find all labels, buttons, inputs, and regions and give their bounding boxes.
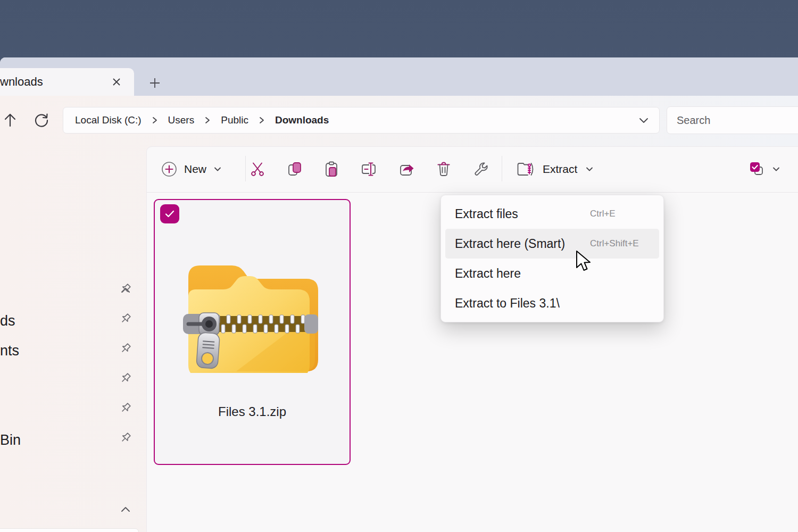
close-icon <box>109 74 124 90</box>
chevron-right-icon <box>204 116 211 124</box>
tab-title: wnloads <box>0 75 43 89</box>
selected-checkbox[interactable] <box>160 204 179 223</box>
screen: wnloads <box>0 0 798 532</box>
chevron-down-icon <box>771 164 781 174</box>
breadcrumb-item-downloads[interactable]: Downloads <box>272 114 332 126</box>
delete-trash-icon <box>435 161 452 178</box>
pin-icon[interactable] <box>118 431 133 446</box>
check-icon <box>163 207 176 220</box>
menu-item-label: Extract files <box>455 207 518 221</box>
paste-button[interactable] <box>319 157 344 181</box>
menu-item-extract-to-folder[interactable]: Extract to Files 3.1\ <box>445 288 659 318</box>
copy-icon <box>286 161 303 178</box>
pin-icon[interactable] <box>118 371 133 386</box>
tools-button[interactable] <box>468 157 494 181</box>
pin-icon[interactable] <box>118 312 133 327</box>
tools-wrench-icon <box>472 161 489 178</box>
cut-scissors-icon <box>249 161 266 178</box>
extract-button-label: Extract <box>543 163 577 176</box>
share-icon <box>398 161 415 178</box>
breadcrumb: Local Disk (C:) Users Public Downloads <box>72 114 637 126</box>
menu-item-extract-here[interactable]: Extract here <box>445 259 659 288</box>
pin-icon[interactable] <box>118 282 133 297</box>
tab-downloads[interactable]: wnloads <box>0 68 134 96</box>
chevron-down-icon[interactable] <box>637 113 651 127</box>
files-app-window: wnloads <box>0 57 798 532</box>
rename-icon <box>360 161 378 178</box>
mouse-cursor <box>576 251 594 272</box>
file-tile-zip[interactable]: Files 3.1.zip <box>154 199 351 465</box>
cut-button[interactable] <box>245 157 270 181</box>
chevron-right-icon <box>259 116 265 124</box>
breadcrumb-item-public[interactable]: Public <box>218 114 252 126</box>
new-tab-button[interactable] <box>147 75 163 91</box>
add-circle-icon <box>161 161 178 178</box>
file-name-label: Files 3.1.zip <box>155 404 350 419</box>
selection-options-button[interactable] <box>747 157 781 181</box>
refresh-button[interactable] <box>32 109 55 132</box>
sidebar-section-chevron-up-icon[interactable] <box>118 503 133 516</box>
paste-icon <box>323 161 340 178</box>
zip-folder-icon <box>172 237 332 373</box>
share-button[interactable] <box>394 157 419 181</box>
toolbar-separator <box>502 156 502 181</box>
chevron-right-icon <box>152 116 158 124</box>
breadcrumb-item-drive[interactable]: Local Disk (C:) <box>72 114 145 126</box>
menu-item-label: Extract here <box>455 267 521 281</box>
plus-icon <box>147 75 163 91</box>
new-button-label: New <box>184 163 206 176</box>
menu-item-extract-here-smart[interactable]: Extract here (Smart) Ctrl+Shift+E <box>445 229 659 259</box>
chevron-down-icon <box>585 164 594 174</box>
chevron-down-icon <box>213 164 222 174</box>
new-button[interactable]: New <box>157 155 226 183</box>
sidebar-item-downloads-label[interactable]: ds <box>0 313 15 329</box>
sidebar-item-documents-label[interactable]: nts <box>0 343 19 359</box>
content-panel: New <box>146 146 798 532</box>
arrow-up-icon <box>1 111 24 129</box>
menu-item-shortcut: Ctrl+Shift+E <box>590 238 639 249</box>
search-input[interactable]: Search <box>667 106 798 134</box>
search-placeholder: Search <box>677 114 710 127</box>
selection-checkbox-icon <box>747 160 766 178</box>
extract-dropdown-menu: Extract files Ctrl+E Extract here (Smart… <box>440 195 664 322</box>
tab-strip: wnloads <box>0 57 798 96</box>
sidebar-item-recycle-bin-label[interactable]: Bin <box>0 432 21 448</box>
copy-button[interactable] <box>282 157 307 181</box>
delete-button[interactable] <box>431 157 456 181</box>
menu-item-label: Extract to Files 3.1\ <box>455 296 560 311</box>
address-bar[interactable]: Local Disk (C:) Users Public Downloads <box>63 107 660 134</box>
extract-zip-folder-icon <box>516 161 535 178</box>
refresh-icon <box>32 111 55 130</box>
breadcrumb-item-users[interactable]: Users <box>165 114 198 126</box>
rename-button[interactable] <box>356 157 381 181</box>
sidebar-item-local-disk-selected[interactable]: k (C:) <box>0 528 139 532</box>
pin-icon[interactable] <box>118 401 133 416</box>
pin-icon[interactable] <box>118 342 133 356</box>
extract-button[interactable]: Extract <box>513 155 597 183</box>
toolbar-divider <box>147 192 798 193</box>
menu-item-extract-files[interactable]: Extract files Ctrl+E <box>445 199 659 229</box>
tab-close-button[interactable] <box>109 74 124 90</box>
sidebar: ds nts Bin <box>0 143 146 532</box>
menu-item-label: Extract here (Smart) <box>455 237 565 251</box>
menu-item-shortcut: Ctrl+E <box>590 209 616 219</box>
navigate-up-button[interactable] <box>1 109 24 132</box>
